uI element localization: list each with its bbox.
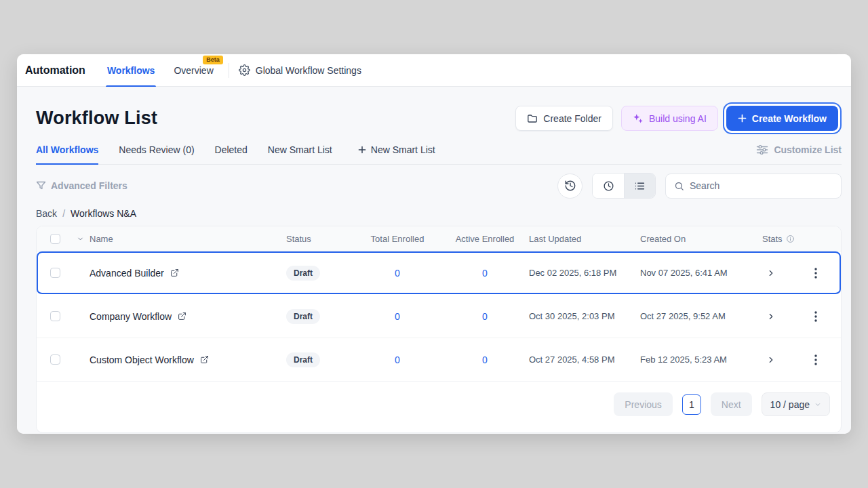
tab-all-workflows[interactable]: All Workflows [36,144,98,164]
search-input[interactable] [690,180,833,191]
external-link-icon[interactable] [200,355,209,364]
status-cell: Draft [286,352,354,367]
customize-list-button[interactable]: Customize List [756,144,842,164]
stats-expand-button[interactable] [766,268,800,278]
list-view-button[interactable] [624,174,655,198]
page-size-select[interactable]: 10 / page [762,392,830,416]
tab-needs-review-label: Needs Review (0) [119,144,194,155]
external-link-icon[interactable] [178,312,186,321]
previous-page-button[interactable]: Previous [614,392,672,416]
add-new-smart-list-button[interactable]: New Smart List [358,144,435,164]
column-header-stats: Stats [762,234,800,244]
header-actions: Create Folder Build using AI Create Work… [515,106,842,131]
row-menu-button[interactable] [800,268,831,279]
tab-deleted[interactable]: Deleted [215,144,248,164]
nav-tab-workflows[interactable]: Workflows [98,54,165,87]
beta-badge: Beta [203,56,223,65]
active-enrolled-value[interactable]: 0 [441,311,529,322]
page-size-value: 10 / page [770,399,810,410]
nav-tab-overview-label: Overview [174,65,213,76]
kebab-menu-icon [814,311,817,322]
status-badge: Draft [286,309,320,324]
row-checkbox[interactable] [50,311,60,321]
clock-icon [603,180,614,192]
recent-view-button[interactable] [593,174,624,198]
history-icon [564,180,576,192]
nav-tab-overview[interactable]: Beta Overview [164,54,222,87]
next-page-button[interactable]: Next [711,392,752,416]
column-header-created-on: Created On [640,234,754,244]
view-toggle [592,173,656,199]
tab-new-smart-list[interactable]: New Smart List [268,144,332,164]
create-workflow-button[interactable]: Create Workflow [726,106,838,131]
created-on-value: Nov 07 2025, 6:41 AM [640,268,754,278]
nav-tab-workflows-label: Workflows [107,65,155,76]
search-icon [674,181,684,191]
active-enrolled-value[interactable]: 0 [441,268,529,279]
created-on-value: Oct 27 2025, 9:52 AM [640,311,754,321]
top-navigation: Automation Workflows Beta Overview Globa… [17,54,851,87]
workflow-table: Name Status Total Enrolled Active Enroll… [36,226,842,433]
build-using-ai-label: Build using AI [649,113,707,124]
column-header-stats-label: Stats [762,234,783,244]
workflow-name: Custom Object Workflow [90,354,194,365]
total-enrolled-value[interactable]: 0 [354,311,441,322]
table-header-row: Name Status Total Enrolled Active Enroll… [37,226,841,251]
kebab-menu-icon [814,354,817,365]
add-new-smart-list-label: New Smart List [371,144,435,155]
list-icon [634,180,646,192]
table-row[interactable]: Custom Object Workflow Draft 0 0 Oct 27 … [37,338,841,382]
global-workflow-settings-button[interactable]: Global Workflow Settings [239,64,361,76]
chevron-right-icon [766,312,776,321]
select-all-checkbox[interactable] [50,234,60,244]
tab-needs-review[interactable]: Needs Review (0) [119,144,194,164]
breadcrumb-back[interactable]: Back [36,208,57,219]
external-link-icon[interactable] [170,268,179,277]
divider [229,63,229,78]
workflow-name-cell[interactable]: Advanced Builder [90,268,286,279]
status-badge: Draft [286,266,320,281]
filter-funnel-icon [36,181,46,190]
stats-expand-button[interactable] [766,312,800,321]
advanced-filters-label: Advanced Filters [51,180,127,191]
chevron-right-icon [766,268,776,278]
active-enrolled-value[interactable]: 0 [441,354,529,365]
plus-icon [358,146,366,154]
gear-icon [239,64,250,76]
status-badge: Draft [286,352,320,367]
total-enrolled-value[interactable]: 0 [354,354,441,365]
page-header: Workflow List Create Folder Build using … [36,87,842,131]
sliders-icon [756,144,768,155]
page-title: Workflow List [36,108,157,129]
history-button[interactable] [557,174,583,199]
row-checkbox[interactable] [50,354,60,365]
breadcrumb-current: Workflows N&A [71,208,136,219]
row-menu-button[interactable] [800,354,831,365]
table-row[interactable]: Company Workflow Draft 0 0 Oct 30 2025, … [37,295,841,338]
chevron-down-icon[interactable] [71,235,90,243]
workflow-name-cell[interactable]: Company Workflow [90,311,286,322]
table-row[interactable]: Advanced Builder Draft 0 0 Dec 02 2025, … [37,251,841,295]
info-icon[interactable] [786,235,795,243]
advanced-filters-button[interactable]: Advanced Filters [36,180,127,191]
status-cell: Draft [286,309,354,324]
tab-new-smart-list-label: New Smart List [268,144,332,155]
create-folder-button[interactable]: Create Folder [515,106,613,131]
current-page-button[interactable]: 1 [682,394,701,415]
app-window: Automation Workflows Beta Overview Globa… [17,54,851,434]
total-enrolled-value[interactable]: 0 [354,268,441,279]
last-updated-value: Oct 27 2025, 4:58 PM [529,354,640,365]
chevron-down-icon [814,401,821,408]
build-using-ai-button[interactable]: Build using AI [621,106,718,131]
row-checkbox[interactable] [50,268,60,278]
app-title: Automation [25,64,85,77]
kebab-menu-icon [814,268,817,279]
create-folder-label: Create Folder [543,113,601,124]
workflow-name-cell[interactable]: Custom Object Workflow [90,354,286,365]
toolbar: Advanced Filters [36,173,842,199]
row-menu-button[interactable] [800,311,831,322]
column-header-status: Status [286,234,354,244]
stats-expand-button[interactable] [766,355,800,365]
create-workflow-label: Create Workflow [752,113,827,124]
toolbar-right [557,173,842,199]
